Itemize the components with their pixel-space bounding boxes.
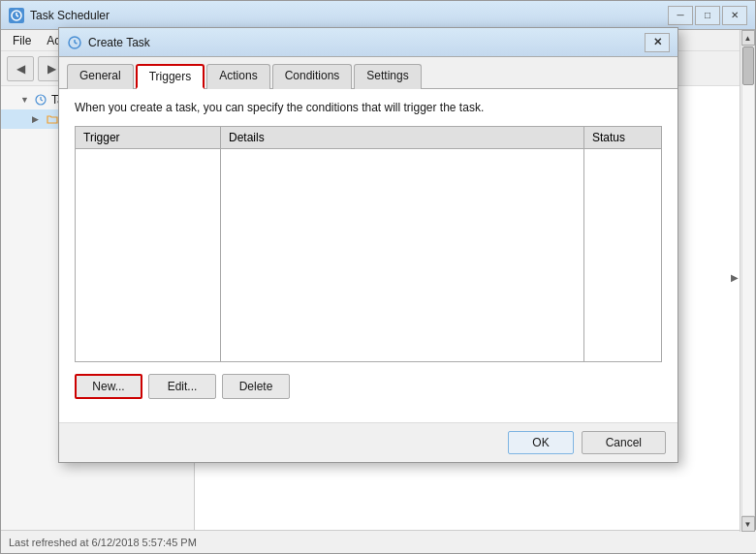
status-text: Last refreshed at 6/12/2018 5:57:45 PM [9, 537, 197, 548]
dialog-footer: OK Cancel [59, 422, 677, 462]
delete-trigger-button[interactable]: Delete [222, 374, 290, 399]
cancel-button[interactable]: Cancel [582, 431, 666, 454]
ok-button[interactable]: OK [508, 431, 573, 454]
clock-icon [34, 93, 47, 107]
expand-icon: ▼ [20, 95, 30, 105]
app-close-button[interactable]: ✕ [722, 6, 747, 25]
svg-line-2 [16, 15, 18, 16]
tab-conditions[interactable]: Conditions [272, 64, 353, 89]
cell-status [584, 149, 662, 362]
minimize-button[interactable]: ─ [668, 6, 693, 25]
trigger-buttons-row: New... Edit... Delete [75, 374, 662, 399]
right-scrollbar: ▲ ▼ [740, 30, 755, 532]
scroll-down-button[interactable]: ▼ [741, 516, 755, 532]
col-details: Details [221, 127, 584, 149]
app-titlebar: Task Scheduler ─ □ ✕ [1, 1, 755, 30]
create-task-dialog: Create Task ✕ General Triggers Actions C… [58, 27, 678, 463]
titlebar-controls: ─ □ ✕ [668, 6, 747, 25]
folder-icon [46, 112, 59, 126]
col-status: Status [584, 127, 662, 149]
new-trigger-button[interactable]: New... [75, 374, 142, 399]
dialog-description: When you create a task, you can specify … [75, 101, 662, 114]
content-expand-arrow[interactable]: ▶ [731, 272, 739, 283]
table-empty-row [76, 149, 662, 362]
dialog-icon [67, 35, 82, 50]
scroll-up-button[interactable]: ▲ [741, 30, 755, 46]
edit-trigger-button[interactable]: Edit... [148, 374, 216, 399]
tab-triggers[interactable]: Triggers [136, 64, 205, 89]
dialog-body: When you create a task, you can specify … [59, 89, 677, 422]
trigger-table: Trigger Details Status [75, 126, 662, 362]
col-trigger: Trigger [76, 127, 221, 149]
svg-line-8 [41, 100, 43, 101]
scroll-track[interactable] [741, 46, 755, 516]
scroll-thumb[interactable] [742, 46, 754, 85]
tab-general[interactable]: General [67, 64, 134, 89]
tabs-container: General Triggers Actions Conditions Sett… [59, 57, 677, 89]
app-title: Task Scheduler [30, 9, 110, 22]
svg-line-11 [75, 43, 78, 44]
app-icon [9, 8, 24, 23]
status-bar: Last refreshed at 6/12/2018 5:57:45 PM [1, 530, 756, 553]
dialog-titlebar: Create Task ✕ [59, 28, 677, 57]
tab-actions[interactable]: Actions [206, 64, 269, 89]
maximize-button[interactable]: □ [695, 6, 720, 25]
tab-settings[interactable]: Settings [354, 64, 421, 89]
dialog-close-button[interactable]: ✕ [645, 33, 670, 52]
cell-trigger [76, 149, 221, 362]
menu-file[interactable]: File [5, 32, 39, 49]
dialog-title: Create Task [88, 36, 645, 49]
expand-icon-2: ▶ [32, 114, 42, 124]
back-button[interactable]: ◀ [7, 56, 34, 81]
cell-details [221, 149, 584, 362]
